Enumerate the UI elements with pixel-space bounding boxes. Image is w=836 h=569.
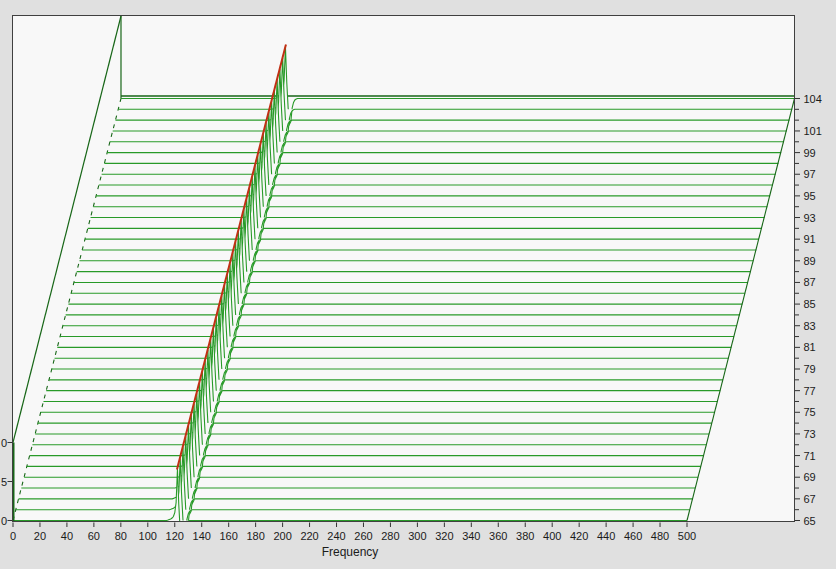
x-tick-label: 100: [139, 530, 157, 542]
right-tick-label: 89: [804, 255, 816, 267]
x-tick-label: 400: [543, 530, 561, 542]
right-tick-label: 97: [804, 168, 816, 180]
right-tick-label: 83: [804, 320, 816, 332]
right-tick-label: 79: [804, 363, 816, 375]
x-tick-label: 260: [354, 530, 372, 542]
x-tick-label: 280: [381, 530, 399, 542]
x-tick-label: 140: [193, 530, 211, 542]
x-tick-label: 20: [34, 530, 46, 542]
x-tick-label: 160: [220, 530, 238, 542]
left-tick-label: 0: [1, 437, 7, 449]
right-tick-label: 77: [804, 385, 816, 397]
x-tick-label: 60: [88, 530, 100, 542]
right-tick-label: 101: [804, 125, 822, 137]
x-tick-label: 80: [115, 530, 127, 542]
x-tick-label: 320: [435, 530, 453, 542]
right-tick-label: 93: [804, 212, 816, 224]
x-tick-label: 200: [273, 530, 291, 542]
plot-canvas: 0204060801001201401601802002202402602803…: [0, 0, 836, 569]
right-axis: 6567697173757779818385878991939597991011…: [795, 93, 822, 527]
right-tick-label: 85: [804, 298, 816, 310]
x-tick-label: 460: [624, 530, 642, 542]
right-tick-label: 65: [804, 515, 816, 527]
x-tick-label: 360: [489, 530, 507, 542]
x-tick-label: 40: [61, 530, 73, 542]
x-axis-title: Frequency: [13, 545, 687, 559]
x-tick-label: 420: [570, 530, 588, 542]
x-tick-label: 340: [462, 530, 480, 542]
left-axis: 050: [1, 437, 12, 527]
right-tick-label: 87: [804, 276, 816, 288]
right-tick-label: 67: [804, 493, 816, 505]
x-tick-label: 440: [597, 530, 615, 542]
right-tick-label: 99: [804, 147, 816, 159]
left-tick-label: 5: [1, 476, 7, 488]
left-tick-label: 0: [1, 515, 7, 527]
x-tick-label: 380: [516, 530, 534, 542]
x-axis: 0204060801001201401601802002202402602803…: [10, 523, 696, 543]
x-tick-label: 0: [10, 530, 16, 542]
right-tick-label: 75: [804, 406, 816, 418]
x-tick-label: 120: [166, 530, 184, 542]
x-tick-label: 240: [327, 530, 345, 542]
right-tick-label: 95: [804, 190, 816, 202]
right-tick-label: 73: [804, 428, 816, 440]
right-tick-label: 71: [804, 450, 816, 462]
right-tick-label: 91: [804, 233, 816, 245]
plot-background: [13, 16, 795, 522]
right-tick-label: 69: [804, 471, 816, 483]
right-tick-label: 104: [804, 93, 822, 105]
x-tick-label: 500: [678, 530, 696, 542]
x-tick-label: 180: [246, 530, 264, 542]
x-tick-label: 220: [300, 530, 318, 542]
x-tick-label: 480: [651, 530, 669, 542]
x-tick-label: 300: [408, 530, 426, 542]
right-tick-label: 81: [804, 341, 816, 353]
waterfall-chart: 0204060801001201401601802002202402602803…: [0, 0, 836, 569]
